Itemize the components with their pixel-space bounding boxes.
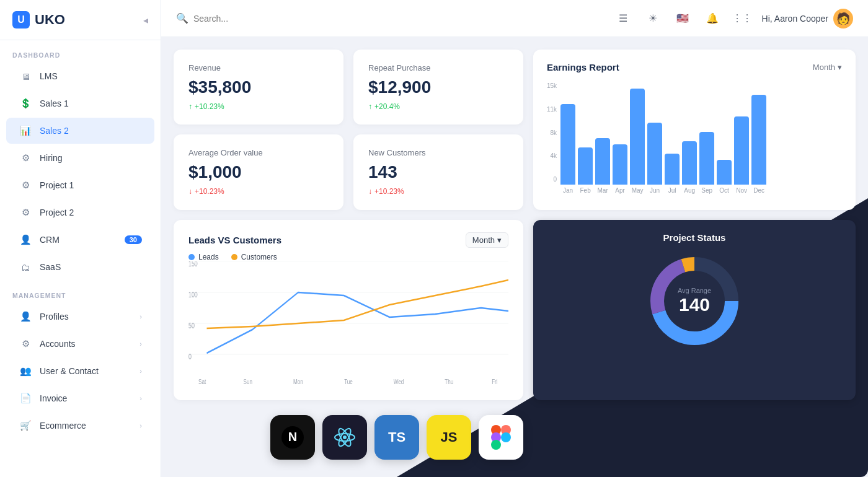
user-info[interactable]: Hi, Aaron Cooper 🧑 <box>762 9 853 28</box>
svg-text:100: 100 <box>188 290 198 299</box>
logo[interactable]: U UKO <box>12 11 65 28</box>
bar-month-label: Feb <box>580 187 591 194</box>
svg-point-30 <box>501 432 511 442</box>
svg-text:0: 0 <box>188 352 192 361</box>
sidebar-item-hiring[interactable]: ⚙ Hiring <box>6 145 154 171</box>
bar-group: Jun <box>647 123 662 194</box>
svg-point-25 <box>343 435 347 439</box>
stat-change: +10.23% <box>368 187 508 196</box>
svg-text:Fri: Fri <box>492 377 497 385</box>
sidebar-item-project1[interactable]: ⚙ Project 1 <box>6 172 154 198</box>
sidebar-item-sales2[interactable]: 📊 Sales 2 <box>6 118 154 144</box>
month-select[interactable]: Month ▾ <box>813 63 842 72</box>
react-logo[interactable] <box>322 415 367 460</box>
bar-group: Dec <box>751 95 766 194</box>
bar-group: Oct <box>717 160 732 194</box>
crm-badge: 30 <box>125 235 142 244</box>
apps-icon[interactable]: ⋮⋮ <box>732 9 752 28</box>
sidebar-item-ecommerce[interactable]: 🛒 Ecommerce › <box>6 413 154 439</box>
bar <box>630 89 645 185</box>
svg-text:Sat: Sat <box>198 377 206 385</box>
sidebar-item-accounts[interactable]: ⚙ Accounts › <box>6 331 154 357</box>
leads-month-select[interactable]: Month ▾ <box>466 232 508 248</box>
stat-label: Repeat Purchase <box>368 63 508 72</box>
leads-card: Leads VS Customers Month ▾ Leads Custome… <box>174 220 523 400</box>
figma-logo[interactable] <box>479 415 523 460</box>
avg-value: 140 <box>678 294 711 315</box>
bar-month-label: Mar <box>598 187 608 194</box>
search-bar: 🔍 <box>176 12 606 24</box>
bar <box>613 144 627 185</box>
dashboard-section-label: DASHBOARD <box>0 40 161 63</box>
sidebar-item-invoice[interactable]: 📄 Invoice › <box>6 385 154 411</box>
header-actions: ☰ ☀ 🇺🇸 🔔 ⋮⋮ Hi, Aaron Cooper 🧑 <box>613 9 853 28</box>
crm-icon: 👤 <box>19 233 32 247</box>
sidebar-item-label: CRM <box>40 235 60 245</box>
theme-icon[interactable]: ☀ <box>643 9 663 28</box>
earnings-card: Earnings Report Month ▾ 15k 11k 8k 4k 0 … <box>533 50 856 210</box>
project-status-card: Project Status Avg Range 140 <box>533 220 856 400</box>
bar-month-label: Jul <box>668 187 676 194</box>
avg-label: Avg Range <box>678 287 711 294</box>
typescript-logo[interactable]: TS <box>374 415 419 460</box>
ecommerce-icon: 🛒 <box>19 419 32 432</box>
sidebar-item-label: Sales 1 <box>40 98 69 108</box>
project1-icon: ⚙ <box>19 178 32 192</box>
sidebar-item-profiles[interactable]: 👤 Profiles › <box>6 304 154 330</box>
main-content: 🔍 ☰ ☀ 🇺🇸 🔔 ⋮⋮ Hi, Aaron Cooper 🧑 Revenue… <box>161 0 868 477</box>
search-input[interactable] <box>193 14 317 24</box>
bar-chart: JanFebMarAprMayJunJulAugSepOctNovDec <box>560 82 766 194</box>
usercontact-icon: 👥 <box>19 364 32 378</box>
flag-icon[interactable]: 🇺🇸 <box>673 9 693 28</box>
stat-label: New Customers <box>368 148 508 157</box>
sidebar-item-label: LMS <box>40 71 58 81</box>
sidebar-item-usercontact[interactable]: 👥 User & Contact › <box>6 358 154 384</box>
sidebar-item-saas[interactable]: 🗂 SaaS <box>6 254 154 280</box>
nextjs-logo[interactable]: N <box>270 415 315 460</box>
svg-text:150: 150 <box>188 261 198 268</box>
collapse-button[interactable]: ◂ <box>143 14 148 26</box>
stat-value: $35,800 <box>188 77 329 97</box>
sidebar-item-label: User & Contact <box>40 366 99 376</box>
legend-customers: Customers <box>231 253 277 261</box>
sidebar-item-project2[interactable]: ⚙ Project 2 <box>6 199 154 225</box>
sidebar-item-label: Project 2 <box>40 208 74 217</box>
donut-center: Avg Range 140 <box>678 287 711 315</box>
stat-card-avg-order: Average Order value $1,000 +10.23% <box>174 134 343 209</box>
notifications-icon[interactable]: 🔔 <box>702 9 722 28</box>
sidebar-item-label: SaaS <box>40 262 61 272</box>
search-icon: 🔍 <box>176 12 188 24</box>
up-arrow-icon <box>188 102 192 111</box>
sidebar-item-crm[interactable]: 👤 CRM 30 <box>6 227 154 253</box>
bar-month-label: Nov <box>736 187 747 194</box>
sidebar-item-sales1[interactable]: 💲 Sales 1 <box>6 90 154 116</box>
sidebar-item-label: Sales 2 <box>40 126 69 136</box>
bar <box>751 95 766 185</box>
sidebar-item-lms[interactable]: 🖥 LMS <box>6 63 154 89</box>
profiles-icon: 👤 <box>19 310 32 323</box>
svg-text:Wed: Wed <box>394 377 404 385</box>
header: 🔍 ☰ ☀ 🇺🇸 🔔 ⋮⋮ Hi, Aaron Cooper 🧑 <box>161 0 868 37</box>
legend-leads: Leads <box>188 253 219 261</box>
down-arrow-icon <box>368 187 372 196</box>
legend: Leads Customers <box>188 253 508 261</box>
sidebar-item-label: Project 1 <box>40 180 74 190</box>
invoice-icon: 📄 <box>19 392 32 405</box>
svg-text:Sun: Sun <box>244 377 252 385</box>
menu-icon[interactable]: ☰ <box>613 9 633 28</box>
stat-label: Average Order value <box>188 148 329 157</box>
stat-value: 143 <box>368 162 508 182</box>
y-axis: 15k 11k 8k 4k 0 <box>547 82 560 194</box>
svg-text:N: N <box>288 430 297 444</box>
user-name: Hi, Aaron Cooper <box>762 14 828 24</box>
javascript-logo[interactable]: JS <box>427 415 471 460</box>
chevron-right-icon: › <box>140 395 142 402</box>
svg-text:Thu: Thu <box>445 377 453 385</box>
bar-month-label: Sep <box>701 187 712 194</box>
bar <box>647 123 662 185</box>
bar <box>595 138 610 185</box>
bar <box>717 160 732 185</box>
bar-group: Mar <box>595 138 610 194</box>
bar-group: Feb <box>578 147 593 194</box>
sidebar-item-label: Invoice <box>40 393 67 403</box>
